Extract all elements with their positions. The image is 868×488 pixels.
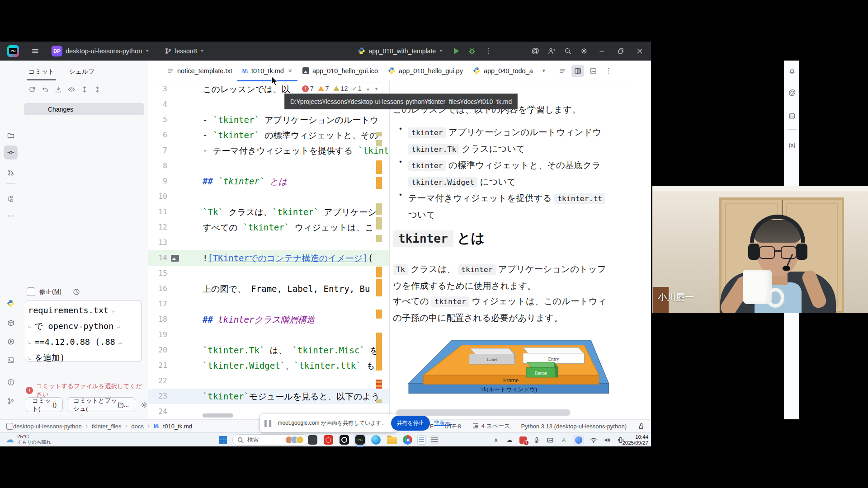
- python-console-icon[interactable]: [4, 296, 18, 310]
- sciview-icon[interactable]: (x): [787, 140, 797, 150]
- project-widget[interactable]: DP desktop-ui-lessons-python ▼: [48, 44, 153, 58]
- database-icon[interactable]: [787, 111, 797, 121]
- main-menu-button[interactable]: [24, 44, 46, 58]
- commit-icon[interactable]: [4, 145, 18, 160]
- taskbar-search-box[interactable]: 検索: [232, 434, 308, 446]
- markdown-source-editor[interactable]: 3このレッスンでは、以45- `tkinter` アプリケーションのルートウ6-…: [148, 81, 389, 419]
- tab-shelf[interactable]: シェルフ: [68, 65, 95, 80]
- expand-all-icon[interactable]: [81, 86, 88, 93]
- pull-requests-icon[interactable]: [4, 165, 18, 179]
- unlock-icon[interactable]: [637, 422, 645, 430]
- run-configuration-selector[interactable]: app_010_with_template ▼: [354, 44, 447, 58]
- next-problem-icon[interactable]: ▼: [374, 86, 379, 91]
- structure-icon[interactable]: [4, 192, 18, 206]
- more-tool-windows-icon[interactable]: [4, 209, 18, 223]
- taskbar-clock[interactable]: 10:44 2025/09/27: [622, 434, 648, 446]
- close-tab-icon[interactable]: ✕: [288, 68, 292, 74]
- inspections-widget[interactable]: !7 7 12 ✓1 ▲ ▼: [298, 83, 382, 94]
- terminal-icon[interactable]: [4, 353, 18, 367]
- amend-checkbox[interactable]: [27, 287, 35, 296]
- code-with-me-button[interactable]: [544, 44, 559, 58]
- tab-app_010_hello_gui.ico[interactable]: app_010_hello_gui.ico: [297, 61, 383, 81]
- ai-assistant-icon[interactable]: @: [787, 88, 797, 98]
- changes-node[interactable]: Changes: [24, 103, 144, 115]
- run-button[interactable]: [448, 44, 463, 58]
- more-run-options-button[interactable]: [481, 44, 495, 58]
- onedrive-icon[interactable]: ☁: [505, 436, 514, 444]
- commit-options-gear-icon[interactable]: [141, 401, 148, 408]
- tray-chevron-up-icon[interactable]: ∧: [492, 436, 500, 444]
- stop-sharing-button[interactable]: 共有を停止: [391, 416, 430, 431]
- breadcrumb-item[interactable]: docs: [132, 423, 144, 430]
- problems-icon[interactable]: [4, 375, 18, 389]
- taskbar-app-notepad[interactable]: [415, 434, 428, 446]
- markdown-preview-pane[interactable]: このレッスンでは、以下の内容を学習します。 •tkinter アプリケーションの…: [389, 81, 621, 419]
- editor-and-preview-button[interactable]: [571, 65, 584, 77]
- taskbar-app-dark[interactable]: [307, 434, 319, 446]
- tab-t010_tk.md[interactable]: M↓t010_tk.md✕: [237, 61, 297, 81]
- prev-problem-icon[interactable]: ▲: [366, 86, 370, 91]
- line-number: 12: [148, 220, 167, 235]
- hide-sharing-bar-link[interactable]: 非表示: [434, 419, 450, 427]
- ime-a-icon[interactable]: A: [560, 436, 568, 444]
- preview-only-button[interactable]: [587, 65, 599, 77]
- python-packages-icon[interactable]: [4, 316, 18, 330]
- preview-paragraph-line: すべての tkinter ウィジェットは、このルートウィ: [393, 293, 607, 310]
- tab-app_040_todo_a[interactable]: app_040_todo_a: [468, 61, 538, 81]
- microphone-icon[interactable]: [533, 436, 541, 444]
- tab-commit[interactable]: コミット: [28, 65, 55, 80]
- preview-diff-icon[interactable]: [68, 86, 75, 93]
- tab-app_010_hello_gui.py[interactable]: app_010_hello_gui.py: [383, 61, 468, 81]
- indent-widget[interactable]: 4 スペース: [472, 422, 510, 430]
- commit-message-input[interactable]: requirements.txt ↵↳ で opencv-python ↵↳ =…: [25, 300, 142, 362]
- pycharm-logo[interactable]: PC: [4, 44, 23, 58]
- refresh-icon[interactable]: [28, 86, 36, 93]
- restore-button[interactable]: [612, 43, 629, 59]
- breadcrumb-item[interactable]: desktop-ui-lessons-python: [13, 423, 82, 430]
- vcs-widget[interactable]: lesson8 ▼: [161, 44, 208, 58]
- services-icon[interactable]: [4, 334, 18, 348]
- tab-options-icon[interactable]: [602, 65, 615, 77]
- taskbar-app-red[interactable]: ◯: [322, 434, 335, 446]
- editor-line: 21`tkinter.Widget`、`tkinter.ttk` も: [148, 358, 389, 373]
- close-button[interactable]: [631, 43, 648, 59]
- screenshot-icon[interactable]: [546, 436, 554, 444]
- wifi-icon[interactable]: [590, 436, 598, 444]
- taskbar-app-black[interactable]: [338, 434, 350, 446]
- commit-history-icon[interactable]: [73, 288, 80, 296]
- notifications-bell-icon[interactable]: [787, 66, 797, 76]
- shelve-icon[interactable]: [55, 86, 62, 93]
- breadcrumb-item[interactable]: M↓t010_tk.md: [154, 423, 192, 430]
- settings-button[interactable]: [577, 44, 591, 58]
- tray-app-badge-icon[interactable]: [519, 436, 527, 444]
- project-folder-icon[interactable]: [4, 128, 18, 142]
- collapse-all-icon[interactable]: [94, 86, 101, 93]
- taskbar-app-pycharm[interactable]: PC: [354, 434, 366, 446]
- taskbar-app-explorer[interactable]: [386, 434, 398, 446]
- preview-horizontal-scrollbar[interactable]: [396, 409, 571, 416]
- interpreter-widget[interactable]: Python 3.13 (desktop-ui-lessons-python): [521, 423, 627, 430]
- search-everywhere-button[interactable]: [561, 44, 575, 58]
- debug-button[interactable]: [465, 44, 479, 58]
- breadcrumb-item[interactable]: tkinter_files: [92, 423, 122, 430]
- pause-sharing-icon[interactable]: ▌▌: [264, 420, 274, 427]
- start-button[interactable]: [219, 436, 227, 444]
- copilot-icon[interactable]: [573, 435, 584, 446]
- commit-and-push-button[interactable]: コミットとプッシュ(P)...: [67, 397, 135, 412]
- taskbar-app-textfile[interactable]: [429, 434, 441, 446]
- editor-only-button[interactable]: [556, 65, 569, 77]
- minimize-button[interactable]: ─: [593, 43, 610, 59]
- tab-notice_template.txt[interactable]: notice_template.txt: [162, 61, 237, 81]
- taskbar-app-edge[interactable]: [370, 434, 382, 446]
- volume-icon[interactable]: [603, 436, 611, 444]
- bullet-text: tkinter アプリケーションのルートウィンドウtkinter.Tk クラスに…: [408, 124, 601, 157]
- taskbar-app-chrome[interactable]: [401, 434, 414, 446]
- taskbar-weather-widget[interactable]: ☁ 25°C くもりのち晴れ: [5, 434, 51, 445]
- ai-assistant-button[interactable]: @: [528, 44, 542, 58]
- hidden-tabs-chevron-icon[interactable]: ▼: [538, 61, 550, 81]
- commit-button[interactable]: コミット(I): [26, 397, 63, 412]
- editor-horizontal-scrollbar[interactable]: [203, 413, 233, 418]
- rollback-icon[interactable]: [42, 86, 49, 93]
- git-icon[interactable]: [4, 394, 18, 408]
- preview-heading: tkinter とは: [393, 230, 485, 247]
